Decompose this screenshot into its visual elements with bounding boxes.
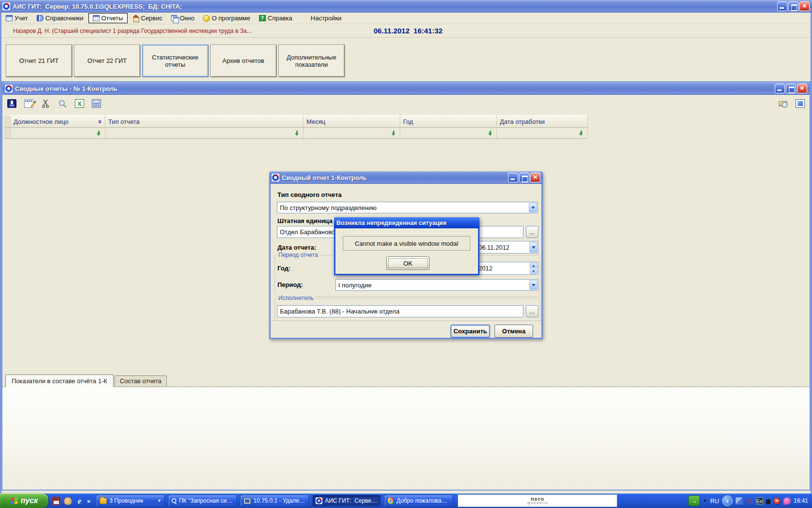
child-minimize-button[interactable] xyxy=(775,84,785,93)
report-date-picker[interactable]: 06.11.2012 xyxy=(476,241,538,254)
executor-input[interactable]: Барабанова Т.В. (88) - Начальник отдела xyxy=(277,305,523,317)
filter-cell[interactable] xyxy=(304,128,400,139)
menu-o-programme[interactable]: О программе xyxy=(199,14,254,23)
report-icon[interactable] xyxy=(7,99,16,108)
nero-search-bar[interactable]: nero @SEARCH xyxy=(458,494,617,507)
nero-logo: nero xyxy=(531,496,544,501)
collapse-tray-icon[interactable]: ‹ xyxy=(722,495,733,506)
filter-cell[interactable] xyxy=(497,128,588,139)
column-header-god[interactable]: Год xyxy=(400,115,497,128)
dialog-close-button[interactable] xyxy=(530,173,540,182)
cancel-button[interactable]: Отмена xyxy=(494,325,533,338)
task-remote-desktop[interactable]: 10.75.0.1 - Удаленн... xyxy=(240,495,309,507)
filter-arrow-icon[interactable] xyxy=(295,131,299,136)
child-maximize-button[interactable] xyxy=(786,84,796,93)
start-button[interactable]: пуск xyxy=(0,493,48,508)
internet-explorer-icon[interactable]: e xyxy=(75,497,84,505)
dialog-minimize-button[interactable] xyxy=(508,173,518,182)
task-provodnik[interactable]: 3 Проводник ▼ xyxy=(96,495,165,507)
nav-statisticheskie-otchety[interactable]: Статистические отчеты xyxy=(142,45,208,77)
language-indicator[interactable]: RU xyxy=(710,497,719,505)
maximize-button[interactable] xyxy=(788,1,798,11)
nav-otchet-21-git[interactable]: Отчет 21 ГИТ xyxy=(6,45,72,77)
column-header-mesyac[interactable]: Месяц xyxy=(304,115,400,128)
year-spinner[interactable]: 2012 xyxy=(476,262,538,275)
app-logo-icon xyxy=(272,174,279,181)
panel-view-icon[interactable] xyxy=(796,99,805,108)
menu-servis[interactable]: Сервис xyxy=(129,14,167,23)
edit-icon[interactable] xyxy=(24,99,33,108)
executor-group-label: Исполнитель xyxy=(277,295,315,301)
taskbar: пуск e » 3 Проводник ▼ ПК "Запросная сис… xyxy=(0,493,812,508)
nav-dopolnitelnye-pokazateli[interactable]: Дополнительные показатели xyxy=(278,45,345,77)
dialog-maximize-button[interactable] xyxy=(519,173,529,182)
period-label: Период: xyxy=(277,281,303,288)
save-button[interactable]: Сохранить xyxy=(450,325,490,338)
report-type-label: Тип сводного отчета xyxy=(277,191,342,198)
agent-tray-icon[interactable] xyxy=(773,497,781,505)
language-tray-indicator[interactable]: En xyxy=(756,497,763,505)
staff-unit-browse-button[interactable]: ... xyxy=(526,226,538,238)
current-user-label: Назаров Д. Н. (Старший специалист 1 разр… xyxy=(13,28,251,34)
executor-browse-button[interactable]: ... xyxy=(526,305,538,317)
column-header-dolzhnostnoe-lico[interactable]: Должностное лицо» xyxy=(11,115,105,128)
column-header-tip-otcheta[interactable]: Тип отчета xyxy=(105,115,304,128)
column-header-data-otrabotki[interactable]: Дата отработки xyxy=(497,115,588,128)
switcher-tray-icon[interactable]: =) xyxy=(746,497,753,505)
sort-icon[interactable]: » xyxy=(97,120,103,123)
nav-otchet-22-git[interactable]: Отчет 22 ГИТ xyxy=(74,45,140,77)
tab-sostav-otcheta[interactable]: Состав отчета xyxy=(115,375,167,387)
chevron-down-icon[interactable] xyxy=(529,242,537,253)
bottom-tab-content xyxy=(2,387,810,490)
chevron-down-icon[interactable] xyxy=(529,203,537,212)
task-zaprosnaya-sistema[interactable]: ПК "Запросная сист... xyxy=(168,495,237,507)
menu-otchety[interactable]: Отчеты xyxy=(88,13,128,23)
filter-arrow-icon[interactable] xyxy=(392,131,396,136)
calculator-icon[interactable] xyxy=(92,99,101,108)
network-tray-icon[interactable] xyxy=(736,497,743,505)
task-dobro-pozhalovat[interactable]: Добро пожаловать ... xyxy=(384,495,453,507)
spinner-up-icon[interactable] xyxy=(530,263,537,268)
ok-button[interactable]: OK xyxy=(386,256,430,270)
window-frame-left xyxy=(0,13,1,493)
small-tray-icon[interactable] xyxy=(766,499,770,504)
search-icon[interactable] xyxy=(58,99,67,108)
filter-arrow-icon[interactable] xyxy=(488,131,493,136)
minimize-button[interactable] xyxy=(777,1,787,11)
filter-cell[interactable] xyxy=(105,128,304,139)
filter-arrow-icon[interactable] xyxy=(579,131,583,136)
report-date-label: Дата отчета: xyxy=(277,244,316,251)
menu-spravka[interactable]: Справка xyxy=(255,14,296,23)
hand-icon[interactable] xyxy=(64,497,72,505)
excel-export-icon[interactable] xyxy=(75,99,84,108)
floppy-icon[interactable] xyxy=(52,497,60,505)
chevron-down-icon[interactable] xyxy=(529,280,537,290)
print-preview-icon[interactable] xyxy=(779,99,788,108)
menu-uchet[interactable]: Учет xyxy=(2,14,32,23)
menu-nastroyki[interactable]: Настройки xyxy=(307,14,346,23)
group-caret-icon[interactable]: ▼ xyxy=(157,498,161,503)
spinner-down-icon[interactable] xyxy=(530,269,537,274)
caret-down-icon[interactable]: ▼ xyxy=(703,498,707,503)
filter-cell[interactable] xyxy=(400,128,497,139)
filter-arrow-icon[interactable] xyxy=(97,131,101,136)
task-ais-git[interactable]: АИС ГИТ: Сервер: 1... xyxy=(312,495,381,507)
main-window-titlebar: АИС ГИТ: Сервер: 10.75.0.1\SQLEXPRESS; Б… xyxy=(0,0,812,13)
cut-icon[interactable] xyxy=(41,99,50,108)
system-tray: → ▼ RU ‹ =) En 16:41 xyxy=(688,493,812,508)
tab-pokazateli-v-sostave-otcheta[interactable]: Показатели в составе отчёта 1-К xyxy=(5,374,114,387)
go-arrow-button[interactable]: → xyxy=(688,495,700,506)
clock: 16:41 xyxy=(794,497,808,504)
period-combobox[interactable]: I полугодие xyxy=(335,279,538,291)
filter-cell[interactable] xyxy=(11,128,105,139)
nav-arhiv-otchetov[interactable]: Архив отчетов xyxy=(210,45,276,77)
menu-spravochniki[interactable]: Справочники xyxy=(33,14,87,23)
quick-launch-chevron-icon[interactable]: » xyxy=(87,497,90,505)
close-button[interactable] xyxy=(799,1,810,11)
help-book-icon xyxy=(259,15,266,21)
datetime-label: 06.11.2012 16:41:32 xyxy=(374,27,443,35)
pink-tray-icon[interactable] xyxy=(783,497,791,505)
menu-okno[interactable]: Окно xyxy=(167,14,198,23)
child-close-button[interactable] xyxy=(797,84,807,93)
report-type-combobox[interactable]: По структурному подразделению xyxy=(277,202,538,213)
